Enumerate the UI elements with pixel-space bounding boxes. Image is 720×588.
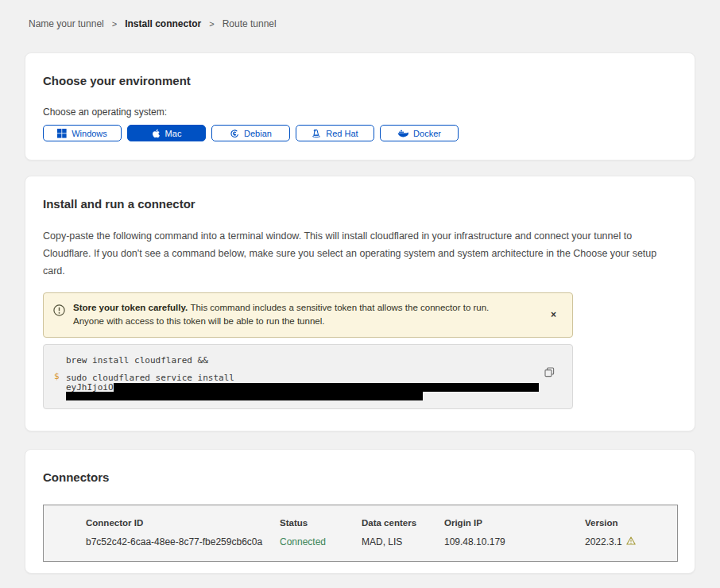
- column-header-connector-id: Connector ID: [44, 518, 280, 528]
- os-button-label: Debian: [244, 129, 272, 138]
- column-header-status: Status: [280, 518, 362, 528]
- token-warning-banner: Store your token carefully. This command…: [43, 292, 573, 338]
- token-redaction-bar: [114, 383, 539, 392]
- os-button-docker[interactable]: Docker: [380, 125, 459, 141]
- environment-card-title: Choose your environment: [43, 74, 677, 87]
- breadcrumb-separator: >: [112, 19, 117, 29]
- column-header-data-centers: Data centers: [362, 518, 444, 528]
- os-button-windows[interactable]: Windows: [43, 125, 122, 141]
- data-centers-value: MAD, LIS: [362, 536, 444, 547]
- breadcrumb-name-your-tunnel[interactable]: Name your tunnel: [29, 18, 104, 29]
- warning-text: Store your token carefully. This command…: [73, 301, 536, 330]
- warning-triangle-icon: [626, 536, 636, 547]
- os-button-mac[interactable]: Mac: [127, 125, 206, 141]
- command-line-1: brew install cloudflared &&: [66, 355, 540, 366]
- close-icon[interactable]: ×: [544, 309, 563, 320]
- windows-icon: [57, 129, 67, 138]
- alert-circle-icon: [53, 304, 65, 319]
- warning-title: Store your token carefully.: [73, 303, 190, 312]
- token-redaction-bar: [66, 392, 423, 400]
- connectors-card: Connectors Connector ID Status Data cent…: [25, 449, 695, 574]
- os-button-group: Windows Mac Debian Red Hat Docker: [43, 125, 677, 141]
- connectors-table: Connector ID Status Data centers Origin …: [43, 505, 678, 562]
- os-button-debian[interactable]: Debian: [211, 125, 290, 141]
- version-value: 2022.3.1: [585, 536, 622, 547]
- origin-ip-value: 109.48.10.179: [444, 536, 585, 547]
- copy-icon[interactable]: [544, 367, 555, 380]
- breadcrumb: Name your tunnel > Install connector > R…: [0, 0, 720, 29]
- status-badge: Connected: [280, 536, 362, 547]
- os-button-label: Docker: [413, 129, 441, 138]
- os-button-label: Red Hat: [326, 129, 358, 138]
- breadcrumb-install-connector[interactable]: Install connector: [125, 18, 201, 29]
- debian-icon: [230, 129, 239, 138]
- install-command-block: $ brew install cloudflared && sudo cloud…: [43, 344, 573, 409]
- os-button-redhat[interactable]: Red Hat: [296, 125, 374, 141]
- connectors-table-header: Connector ID Status Data centers Origin …: [44, 518, 677, 528]
- os-button-label: Windows: [72, 129, 107, 138]
- docker-icon: [397, 129, 408, 138]
- install-description: Copy-paste the following command into a …: [43, 228, 677, 280]
- command-line-2: sudo cloudflared service install: [66, 373, 540, 383]
- breadcrumb-route-tunnel[interactable]: Route tunnel: [223, 18, 277, 29]
- token-line: eyJhIjoiO: [66, 383, 540, 392]
- column-header-version: Version: [585, 518, 677, 528]
- os-select-label: Choose an operating system:: [43, 106, 677, 118]
- install-card: Install and run a connector Copy-paste t…: [25, 176, 695, 431]
- connectors-card-title: Connectors: [43, 470, 677, 484]
- connector-id-value: b7c52c42-6caa-48ee-8c77-fbe259cb6c0a: [44, 536, 280, 547]
- breadcrumb-separator: >: [209, 19, 214, 29]
- install-card-title: Install and run a connector: [43, 197, 677, 211]
- column-header-origin-ip: Origin IP: [444, 518, 585, 528]
- os-button-label: Mac: [165, 129, 182, 138]
- token-prefix: eyJhIjoiO: [66, 383, 114, 392]
- apple-icon: [152, 129, 161, 138]
- redhat-icon: [312, 129, 321, 138]
- environment-card: Choose your environment Choose an operat…: [25, 52, 695, 161]
- token-line: [66, 392, 540, 400]
- table-row: b7c52c42-6caa-48ee-8c77-fbe259cb6c0a Con…: [44, 536, 677, 547]
- shell-prompt: $: [54, 371, 60, 381]
